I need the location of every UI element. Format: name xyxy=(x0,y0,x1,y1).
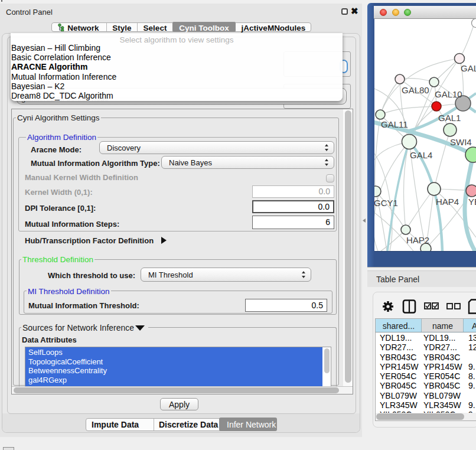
svg-text:SWI4: SWI4 xyxy=(450,137,472,147)
svg-text:GAL1: GAL1 xyxy=(438,113,461,123)
svg-text:GAL10: GAL10 xyxy=(435,89,462,99)
svg-text:HAP2: HAP2 xyxy=(406,235,429,245)
svg-text:GAL11: GAL11 xyxy=(381,119,408,129)
svg-text:GAL4: GAL4 xyxy=(410,150,432,160)
svg-text:HAP4: HAP4 xyxy=(436,197,459,207)
svg-text:GAL2: GAL2 xyxy=(461,63,476,73)
svg-text:GCY1: GCY1 xyxy=(374,198,398,208)
svg-text:GAL80: GAL80 xyxy=(402,85,429,95)
svg-text:YE: YE xyxy=(468,197,476,207)
